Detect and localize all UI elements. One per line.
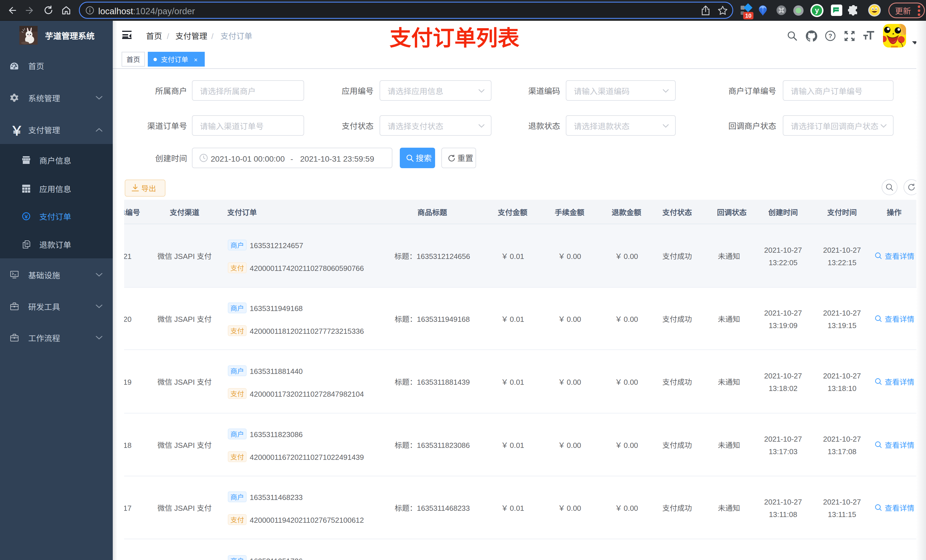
svg-text:?: ? <box>828 32 832 39</box>
